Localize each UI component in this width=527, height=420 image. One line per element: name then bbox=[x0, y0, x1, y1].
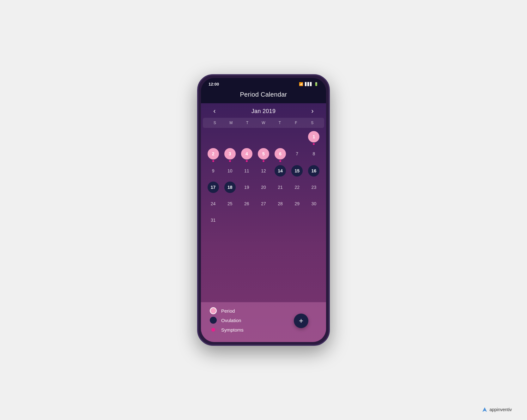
signal-icon: ▋▋▋ bbox=[305, 82, 312, 86]
cal-cell[interactable]: 30 bbox=[306, 196, 322, 213]
symptom-dot bbox=[229, 160, 231, 162]
cal-cell[interactable]: 28 bbox=[272, 196, 289, 213]
empty-cell bbox=[291, 131, 303, 142]
date-circle: 3 bbox=[224, 148, 236, 159]
cal-cell[interactable]: 5 bbox=[255, 146, 272, 163]
phone-wrapper: 12:00 📶 ▋▋▋ 🔋 Period Calendar ‹ Jan 2019… bbox=[197, 74, 330, 346]
symptom-dot bbox=[279, 160, 281, 162]
legend-panel-inner: Period Ovulation Symptoms + bbox=[210, 307, 317, 333]
date-circle: 1 bbox=[308, 131, 319, 142]
cal-cell[interactable]: 20 bbox=[255, 180, 272, 196]
add-button[interactable]: + bbox=[294, 314, 308, 328]
cal-cell bbox=[272, 213, 289, 229]
empty-cell bbox=[275, 214, 286, 226]
app-title: Period Calendar bbox=[240, 91, 287, 98]
cal-cell[interactable]: 7 bbox=[289, 146, 306, 163]
phone-screen: 12:00 📶 ▋▋▋ 🔋 Period Calendar ‹ Jan 2019… bbox=[201, 78, 326, 342]
day-header-cell: T bbox=[239, 120, 255, 126]
day-header-cell: T bbox=[272, 120, 288, 126]
cal-cell[interactable]: 6 bbox=[272, 146, 289, 163]
empty-cell bbox=[224, 131, 236, 142]
date-circle: 29 bbox=[291, 198, 303, 209]
cal-cell bbox=[221, 129, 238, 146]
date-circle: 9 bbox=[208, 165, 219, 177]
cal-cell bbox=[255, 213, 272, 229]
empty-cell bbox=[258, 214, 269, 226]
date-circle: 11 bbox=[241, 165, 252, 177]
symptom-dot bbox=[263, 160, 264, 162]
empty-cell bbox=[224, 214, 236, 226]
date-circle: 26 bbox=[241, 198, 252, 209]
cal-cell[interactable]: 22 bbox=[289, 180, 306, 196]
cal-cell[interactable]: 11 bbox=[238, 163, 255, 180]
empty-cell bbox=[291, 214, 303, 226]
cal-cell[interactable]: 12 bbox=[255, 163, 272, 180]
cal-cell[interactable]: 14 bbox=[272, 163, 289, 180]
empty-cell bbox=[258, 131, 269, 142]
cal-cell bbox=[221, 213, 238, 229]
cal-cell[interactable]: 27 bbox=[255, 196, 272, 213]
date-circle: 14 bbox=[275, 165, 286, 177]
status-bar: 12:00 📶 ▋▋▋ 🔋 bbox=[201, 78, 326, 88]
logo-area: appinventiv bbox=[482, 407, 512, 412]
date-circle: 6 bbox=[275, 148, 286, 159]
cal-cell[interactable]: 10 bbox=[221, 163, 238, 180]
cal-cell bbox=[205, 129, 221, 146]
date-circle: 31 bbox=[208, 214, 219, 226]
cal-cell[interactable]: 24 bbox=[205, 196, 221, 213]
cal-cell bbox=[306, 213, 322, 229]
cal-cell[interactable]: 17 bbox=[205, 180, 221, 196]
cal-cell[interactable]: 4 bbox=[238, 146, 255, 163]
date-circle: 20 bbox=[258, 182, 269, 193]
cal-cell[interactable]: 16 bbox=[306, 163, 322, 180]
day-header-cell: W bbox=[255, 120, 271, 126]
cal-cell[interactable]: 8 bbox=[306, 146, 322, 163]
day-header-cell: S bbox=[304, 120, 320, 126]
calendar-grid: 1234567891011121415161718192021222324252… bbox=[201, 128, 326, 302]
date-circle: 23 bbox=[308, 182, 319, 193]
cal-cell bbox=[272, 129, 289, 146]
next-month-button[interactable]: › bbox=[308, 108, 317, 115]
day-header-cell: M bbox=[223, 120, 239, 126]
cal-cell[interactable]: 9 bbox=[205, 163, 221, 180]
cal-cell[interactable]: 31 bbox=[205, 213, 221, 229]
cal-cell bbox=[289, 213, 306, 229]
date-circle: 30 bbox=[308, 198, 319, 209]
cal-cell[interactable]: 29 bbox=[289, 196, 306, 213]
prev-month-button[interactable]: ‹ bbox=[210, 108, 219, 115]
symptoms-legend-icon bbox=[211, 328, 215, 332]
date-circle: 28 bbox=[275, 198, 286, 209]
day-header-cell: S bbox=[207, 120, 223, 126]
date-circle: 15 bbox=[291, 165, 303, 177]
status-time: 12:00 bbox=[209, 82, 219, 87]
wifi-icon: 📶 bbox=[299, 82, 303, 86]
cal-cell[interactable]: 2 bbox=[205, 146, 221, 163]
day-header-cell: F bbox=[288, 120, 304, 126]
cal-cell[interactable]: 1 bbox=[306, 129, 322, 146]
cal-cell[interactable]: 19 bbox=[238, 180, 255, 196]
legend-period-row: Period bbox=[210, 307, 317, 314]
period-legend-icon bbox=[210, 307, 217, 314]
cal-cell[interactable]: 15 bbox=[289, 163, 306, 180]
phone-shell: 12:00 📶 ▋▋▋ 🔋 Period Calendar ‹ Jan 2019… bbox=[197, 74, 330, 346]
cal-cell[interactable]: 18 bbox=[221, 180, 238, 196]
empty-cell bbox=[241, 214, 252, 226]
date-circle: 22 bbox=[291, 182, 303, 193]
status-icons: 📶 ▋▋▋ 🔋 bbox=[299, 82, 318, 86]
date-circle: 2 bbox=[208, 148, 219, 159]
date-circle: 7 bbox=[291, 148, 303, 159]
symptoms-legend-label: Symptoms bbox=[221, 327, 244, 333]
cal-cell[interactable]: 3 bbox=[221, 146, 238, 163]
month-nav: ‹ Jan 2019 › bbox=[201, 103, 326, 118]
cal-cell[interactable]: 21 bbox=[272, 180, 289, 196]
cal-cell[interactable]: 25 bbox=[221, 196, 238, 213]
date-circle: 16 bbox=[308, 165, 319, 177]
calendar-area: ‹ Jan 2019 › SMTWTFS 1234567891011121415… bbox=[201, 103, 326, 342]
empty-cell bbox=[275, 131, 286, 142]
cal-cell[interactable]: 23 bbox=[306, 180, 322, 196]
app-header: Period Calendar bbox=[201, 88, 326, 103]
cal-cell[interactable]: 26 bbox=[238, 196, 255, 213]
date-circle: 4 bbox=[241, 148, 252, 159]
date-circle: 18 bbox=[224, 182, 236, 193]
cal-cell bbox=[238, 213, 255, 229]
